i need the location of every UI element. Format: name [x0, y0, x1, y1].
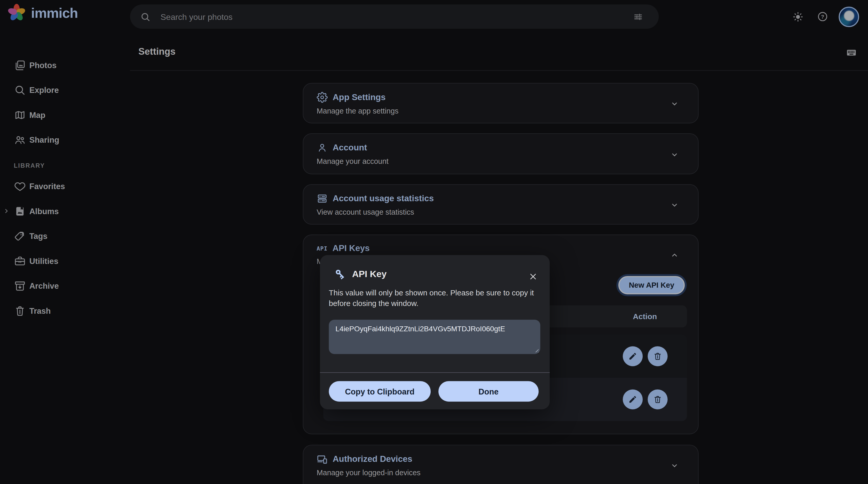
modal-header: API Key	[320, 255, 550, 293]
modal-backdrop[interactable]	[0, 0, 868, 484]
modal-divider	[320, 372, 550, 373]
copy-to-clipboard-button[interactable]: Copy to Clipboard	[329, 381, 431, 401]
api-key-field-wrapper: L4iePOyqFai4khlq9ZZtnLi2B4VGv5MTDJRoI060…	[329, 320, 540, 354]
key-icon	[334, 268, 346, 280]
api-key-modal: API Key This value will only be shown on…	[320, 255, 550, 409]
app-window: immich Search your photos ?	[0, 0, 868, 484]
modal-title: API Key	[352, 268, 387, 279]
modal-actions: Copy to Clipboard Done	[329, 381, 539, 401]
close-icon[interactable]	[526, 269, 540, 284]
api-key-value-field[interactable]: L4iePOyqFai4khlq9ZZtnLi2B4VGv5MTDJRoI060…	[329, 320, 540, 354]
modal-warning-text: This value will only be shown once. Plea…	[329, 288, 540, 309]
done-button[interactable]: Done	[438, 381, 538, 401]
